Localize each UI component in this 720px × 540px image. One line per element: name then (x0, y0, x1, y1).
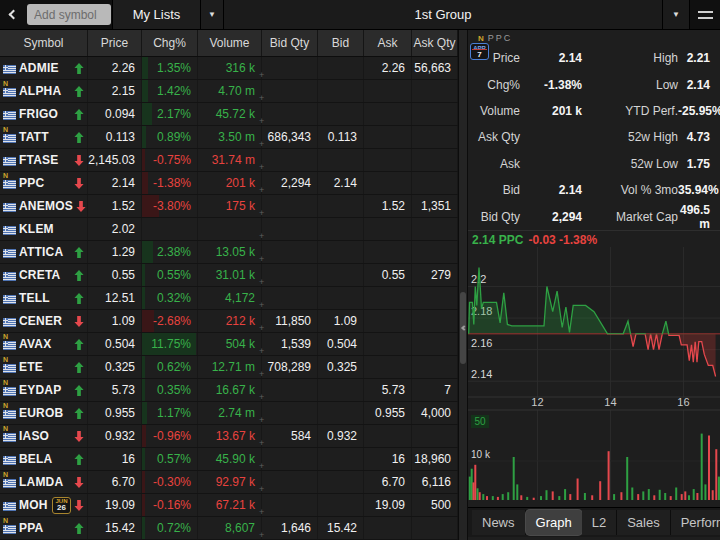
table-row[interactable]: MOHJUN2619.09-0.16%67.21 k+19.09500 (0, 494, 458, 517)
column-header[interactable]: Chg% (142, 30, 198, 56)
table-row[interactable]: BELA160.57%45.90 k+1618,960 (0, 448, 458, 471)
table-row[interactable]: NETE0.3250.62%12.71 m+708,2890.325 (0, 356, 458, 379)
ask-qty-cell (412, 103, 458, 125)
symbol-label: EUROB (19, 406, 63, 420)
price-cell: 12.51 (88, 287, 142, 309)
table-row[interactable]: CRETA0.550.55%31.01 k+0.55279 (0, 264, 458, 287)
row-grip-icon: + (259, 186, 264, 195)
ask-cell (364, 333, 412, 355)
greece-flag-icon (3, 249, 16, 258)
ask-value: 5.73 (382, 383, 405, 397)
volume-value: 201 k (226, 176, 255, 190)
bid-qty-cell: + (262, 448, 318, 470)
table-row[interactable]: FRIGO0.0942.17%45.72 k+ (0, 103, 458, 126)
price-down-arrow-icon (74, 178, 84, 189)
table-row[interactable]: NLAMDA6.70-0.30%92.97 k+6.706,116 (0, 471, 458, 494)
row-grip-icon: + (259, 439, 264, 448)
column-header[interactable]: Volume (198, 30, 262, 56)
price-chart[interactable]: 1214162.22.182.162.145010 k (468, 247, 720, 507)
stat-value: 496.5 m (678, 203, 710, 231)
volume-value: 2.74 m (218, 406, 255, 420)
table-row[interactable]: NAVAX0.50411.75%504 k+1,5390.504 (0, 333, 458, 356)
table-row[interactable]: NEUROB0.9551.17%2.74 m+0.9554,000 (0, 402, 458, 425)
change-histogram-bar (142, 80, 148, 102)
bid-qty-cell: +1,539 (262, 333, 318, 355)
volume-value: 16.67 k (216, 383, 255, 397)
group-selector[interactable]: 1st Group (224, 0, 662, 29)
bid-value: 2.14 (334, 176, 357, 190)
price-down-arrow-icon (74, 316, 84, 327)
bid-cell: 15.42 (318, 517, 364, 539)
menu-icon[interactable] (690, 0, 720, 29)
stat-label: Chg% (468, 78, 520, 92)
bid-qty-cell: + (262, 402, 318, 424)
table-row[interactable]: NALPHA2.151.42%4.70 m+ (0, 80, 458, 103)
column-header[interactable]: Price (88, 30, 142, 56)
table-row[interactable]: ADMIE2.261.35%316 k+2.2656,663 (0, 57, 458, 80)
bottom-tabs: NewsGraphL2SalesPerformanceFunda (468, 507, 720, 537)
tab-news[interactable]: News (472, 510, 526, 535)
symbol-label: ETE (19, 360, 43, 374)
volume-tick-label: 10 k (471, 449, 491, 460)
tab-l2[interactable]: L2 (582, 510, 617, 535)
bid-qty-cell: +2,294 (262, 172, 318, 194)
ask-qty-cell (412, 356, 458, 378)
row-grip-icon: + (259, 531, 264, 540)
volume-cell: 212 k (198, 310, 262, 332)
volume-value: 31.74 m (212, 153, 255, 167)
column-header[interactable]: Bid Qty (262, 30, 318, 56)
table-row[interactable]: NTATT0.1130.89%3.50 m+686,3430.113 (0, 126, 458, 149)
bid-cell (318, 494, 364, 516)
back-button[interactable] (0, 0, 26, 29)
symbol-cell: KLEM (0, 218, 88, 240)
volume-cell: 4,172 (198, 287, 262, 309)
greece-flag-icon (3, 387, 16, 396)
my-lists-dropdown-caret[interactable]: ▼ (200, 0, 224, 29)
bid-qty-cell: + (262, 241, 318, 263)
table-row[interactable]: NPPA15.420.72%8,607+1,64615.42 (0, 517, 458, 540)
table-row[interactable]: TELL12.510.32%4,172+ (0, 287, 458, 310)
column-header[interactable]: Symbol (0, 30, 88, 56)
row-grip-icon: + (259, 508, 264, 517)
my-lists-button[interactable]: My Lists (112, 0, 200, 29)
table-row[interactable]: KLEM2.02+ (0, 218, 458, 241)
tab-sales[interactable]: Sales (617, 510, 671, 535)
volume-cell: 31.01 k (198, 264, 262, 286)
ask-cell: 1.52 (364, 195, 412, 217)
tab-performance[interactable]: Performance (671, 510, 720, 535)
greece-flag-icon (3, 364, 16, 373)
change-cell: -0.75% (142, 149, 198, 171)
column-header[interactable]: Ask Qty (412, 30, 458, 56)
row-grip-icon: + (259, 485, 264, 494)
volume-value: 504 k (226, 337, 255, 351)
symbol-cell: NIASO (0, 425, 88, 447)
change-cell: 0.57% (142, 448, 198, 470)
row-grip-icon: + (259, 232, 264, 241)
stat-row: Bid2.14Vol % 3mo35.94% (468, 177, 720, 203)
table-row[interactable]: ATTICA1.292.38%13.05 k+ (0, 241, 458, 264)
bid-cell (318, 149, 364, 171)
table-row[interactable]: ANEMOS1.52-3.80%175 k+1.521,351 (0, 195, 458, 218)
bid-cell (318, 379, 364, 401)
tab-graph[interactable]: Graph (526, 510, 582, 535)
bid-cell (318, 264, 364, 286)
table-row[interactable]: NIASO0.932-0.96%13.67 k+5840.932 (0, 425, 458, 448)
panel-resize-handle[interactable] (460, 292, 466, 364)
symbol-cell: MOHJUN26 (0, 494, 88, 516)
group-dropdown-caret[interactable]: ▼ (662, 0, 690, 29)
bid-qty-cell: + (262, 57, 318, 79)
price-cell: 1.09 (88, 310, 142, 332)
table-row[interactable]: NEYDAP5.730.35%16.67 k+5.737 (0, 379, 458, 402)
column-header[interactable]: Ask (364, 30, 412, 56)
x-tick-label: 16 (677, 396, 689, 408)
bid-cell (318, 448, 364, 470)
change-value: 2.17% (157, 107, 191, 121)
column-header[interactable]: Bid (318, 30, 364, 56)
add-symbol-input[interactable] (27, 4, 111, 25)
change-cell: 1.17% (142, 402, 198, 424)
table-row[interactable]: NPPC2.14-1.38%201 k+2,2942.14 (0, 172, 458, 195)
table-row[interactable]: FTASE2,145.03-0.75%31.74 m+ (0, 149, 458, 172)
greece-flag-icon (3, 226, 16, 235)
table-row[interactable]: CENER1.09-2.68%212 k+11,8501.09 (0, 310, 458, 333)
volume-cell: 31.74 m (198, 149, 262, 171)
